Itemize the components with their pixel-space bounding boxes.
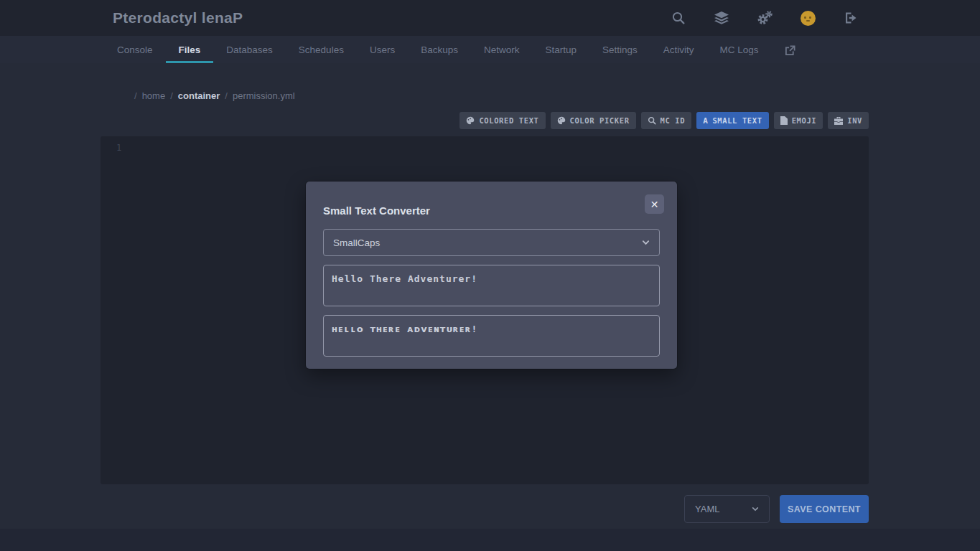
editor-toolbar: COLORED TEXT COLOR PICKER MC ID A SMALL …	[459, 112, 869, 129]
search-icon	[648, 116, 656, 125]
tab-startup[interactable]: Startup	[532, 36, 589, 63]
file-format-select[interactable]: YAML	[684, 495, 770, 523]
inv-label: INV	[847, 116, 862, 125]
external-link-icon[interactable]	[772, 36, 807, 63]
breadcrumb-slash: /	[134, 90, 137, 101]
tab-files[interactable]: Files	[166, 36, 214, 63]
breadcrumb: / home / container / permission.yml	[134, 90, 295, 101]
search-icon[interactable]	[669, 9, 688, 27]
tab-console[interactable]: Console	[104, 36, 166, 63]
emoji-label: EMOJI	[792, 116, 817, 125]
tab-network[interactable]: Network	[471, 36, 533, 63]
tab-schedules[interactable]: Schedules	[286, 36, 357, 63]
file-format-value: YAML	[695, 504, 719, 514]
inv-button[interactable]: INV	[828, 112, 869, 129]
small-text-label: SMALL TEXT	[712, 116, 762, 125]
emoji-button[interactable]: EMOJI	[774, 112, 823, 129]
header-icons	[669, 0, 860, 36]
small-text-button[interactable]: A SMALL TEXT	[696, 112, 768, 129]
mc-id-label: MC ID	[661, 116, 686, 125]
breadcrumb-slash: /	[225, 90, 228, 101]
breadcrumb-container[interactable]: container	[178, 90, 220, 101]
avatar[interactable]	[798, 9, 817, 27]
tab-settings[interactable]: Settings	[589, 36, 650, 63]
server-subnav: Console Files Databases Schedules Users …	[0, 36, 980, 63]
palette-icon	[557, 116, 566, 125]
app-title[interactable]: Pterodactyl lenaP	[113, 9, 243, 27]
editor-line-number: 1	[101, 136, 869, 153]
converter-input[interactable]: Hello There Adventurer!	[323, 265, 660, 306]
avatar-image	[801, 11, 816, 26]
converter-output[interactable]: ʜᴇʟʟᴏ ᴛʜᴇʀᴇ ᴀᴅᴠᴇɴᴛᴜʀᴇʀ!	[323, 315, 660, 357]
colored-text-label: COLORED TEXT	[479, 116, 538, 125]
tab-mc-logs[interactable]: MC Logs	[707, 36, 772, 63]
save-content-button[interactable]: SAVE CONTENT	[780, 495, 869, 523]
tab-users[interactable]: Users	[357, 36, 408, 63]
modal-title: Small Text Converter	[323, 204, 660, 217]
layers-icon[interactable]	[712, 9, 731, 27]
tab-databases[interactable]: Databases	[213, 36, 286, 63]
breadcrumb-home[interactable]: home	[142, 90, 166, 101]
conversion-mode-value: SmallCaps	[333, 237, 380, 248]
tab-backups[interactable]: Backups	[408, 36, 471, 63]
conversion-mode-select[interactable]: SmallCaps	[323, 229, 660, 256]
chevron-down-icon	[642, 240, 650, 245]
color-picker-button[interactable]: COLOR PICKER	[551, 112, 636, 129]
logout-icon[interactable]	[841, 9, 860, 27]
color-picker-label: COLOR PICKER	[570, 116, 630, 125]
palette-icon	[466, 116, 475, 125]
close-icon[interactable]: ✕	[645, 194, 664, 214]
small-text-converter-modal: Small Text Converter ✕ SmallCaps Hello T…	[306, 182, 677, 369]
chevron-down-icon	[752, 507, 759, 512]
box-icon	[834, 117, 843, 125]
breadcrumb-file: permission.yml	[233, 90, 295, 101]
file-icon	[780, 116, 788, 125]
breadcrumb-slash: /	[170, 90, 173, 101]
editor-footer: YAML SAVE CONTENT	[684, 495, 869, 523]
app-header: Pterodactyl lenaP	[0, 0, 980, 36]
mc-id-button[interactable]: MC ID	[641, 112, 692, 129]
tab-activity[interactable]: Activity	[650, 36, 707, 63]
colored-text-button[interactable]: COLORED TEXT	[459, 112, 545, 129]
gears-icon[interactable]	[755, 9, 774, 27]
letter-a-icon: A	[703, 116, 708, 126]
